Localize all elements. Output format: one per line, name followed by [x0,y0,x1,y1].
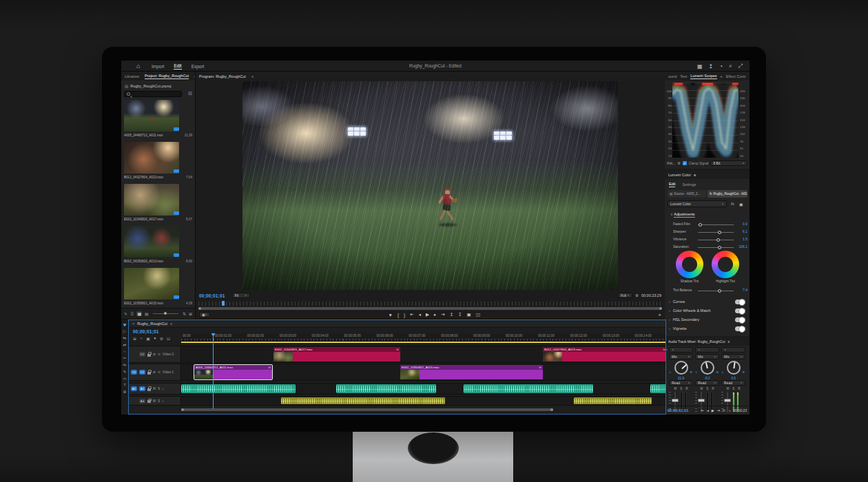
fader-handle[interactable] [672,399,679,402]
bit-depth-dropdown[interactable]: 8 Bit∨ [710,160,747,166]
fullscreen-icon[interactable]: ⤢ [738,63,743,70]
record-icon[interactable]: ● [728,408,730,412]
play-icon[interactable]: ▶ [712,408,714,412]
panel-menu-icon[interactable]: ≡ [728,339,730,344]
program-timecode[interactable]: 00;00;01;01 [199,293,225,298]
mini-playhead[interactable] [222,301,225,306]
slider-handle[interactable] [718,231,721,234]
track-m-button[interactable]: M [674,387,676,390]
section-toggle[interactable] [735,317,745,322]
clip-list-item[interactable]: E002_10350821_A015.mov4;29 [124,268,192,307]
sequence-tab[interactable]: Rugby_RoughCut [137,322,167,326]
tab-project[interactable]: Project: Rugby_RoughCut [145,74,189,79]
clip-list-item[interactable]: B002_04250820_A013.mov8;00 [124,226,192,266]
voiceover-mic-icon[interactable]: ♪ [162,387,163,390]
tab-program[interactable]: Program: Rugby_RoughCut [199,74,246,78]
slider-track[interactable] [698,240,734,240]
track-select-tool[interactable]: ▷ [123,328,127,333]
track-s-button[interactable]: S [732,387,734,390]
tab-text[interactable]: Text [680,74,687,78]
go-to-in-icon[interactable]: ⇤ [410,312,413,317]
mute-button[interactable]: M [153,399,156,403]
wrench-icon[interactable]: ⚙ [678,162,681,165]
timeline-clip[interactable]: E002_10340820_A017.movfx [273,347,400,362]
timeline-clip[interactable] [464,384,593,393]
search-input[interactable] [124,91,182,97]
track-target-chip[interactable]: V1 [139,370,145,375]
go-to-in-icon[interactable]: ⇤ [701,408,704,412]
playhead[interactable] [213,333,214,409]
lock-icon[interactable] [147,354,151,357]
slip-tool[interactable]: ⇋ [123,362,126,367]
new-bin-icon[interactable]: ⊞ [189,311,192,316]
section-hsl-secondary[interactable]: ›HSL Secondary [665,315,750,324]
lock-icon[interactable] [147,388,151,391]
slider-track[interactable] [698,232,734,233]
export-frame-icon[interactable]: ▣ [467,312,471,317]
project-bin-row[interactable]: ▤ Rugby_RoughCut.prproj [121,82,195,90]
track-assign-dropdown[interactable]: ∨ [669,347,693,353]
track-target-chip[interactable]: A1 [139,386,145,391]
slider-handle[interactable] [716,238,720,242]
lock-icon[interactable] [147,372,151,375]
slider-track[interactable] [698,224,734,225]
track-r-button[interactable]: R [685,387,688,390]
wrench-icon[interactable]: ⚙ [160,336,163,341]
timeline-ruler[interactable]: 00;0000;00;01;0000;00;02;0000;00;03;0000… [181,333,665,342]
slider-saturation[interactable]: Saturation106.1 [665,243,750,251]
section-vignette[interactable]: ›Vignette [665,324,750,333]
track-m-button[interactable]: M [726,387,729,390]
razor-tool[interactable]: ✂ [123,355,126,360]
track-r-button[interactable]: R [712,387,714,390]
timeline-clip[interactable] [281,397,445,404]
mark-out-icon[interactable]: } [404,313,405,317]
source-patch-chip[interactable]: V1 [131,370,137,375]
timeline-clip[interactable] [574,397,652,404]
track-output-eye-icon[interactable]: ⊙ [158,353,161,356]
ripple-edit-tool[interactable]: ⇆ [123,335,126,340]
track-output-eye-icon[interactable]: ⊙ [158,370,161,374]
program-scrollbar[interactable] [198,307,662,310]
settings-dropdown[interactable]: ▣∨ [199,312,210,317]
solo-button[interactable]: S [158,387,160,390]
track-target-chip[interactable]: V2 [139,352,145,357]
solo-button[interactable]: S [158,399,160,403]
pan-knob[interactable] [701,361,714,375]
timeline-clip[interactable]: A005_24460712_A011.movfx [194,365,272,379]
close-icon[interactable]: × [132,322,134,326]
automation-dropdown[interactable]: Read∨ [695,380,719,386]
shadow-tint-wheel[interactable] [676,251,703,278]
scope-colorspace-label[interactable]: Rec... [667,162,676,165]
highlight-tint-wheel[interactable] [712,251,739,278]
play-icon[interactable]: ▶ [426,312,429,317]
track-s-button[interactable]: S [680,387,682,390]
workspaces-icon[interactable]: ▦ [697,63,703,70]
automation-dropdown[interactable]: Read∨ [669,380,693,386]
fader-handle[interactable] [724,399,731,402]
clip-list-item[interactable]: B012_04327804_A023.mov7;04 [124,142,192,182]
slider-vibrance[interactable]: Vibrance1.5 [665,235,750,243]
add-marker-icon[interactable]: ● [154,336,156,341]
track-assign-dropdown[interactable]: ∨ [721,347,745,353]
mix-dropdown[interactable]: Mix∨ [695,354,719,359]
sync-lock-icon[interactable]: ⇄ [153,353,156,356]
timeline-scrollbar[interactable] [181,408,553,411]
step-forward-icon[interactable]: ▸ [434,312,436,317]
mark-in-icon[interactable]: { [397,313,399,317]
timeline-clip[interactable]: B012_04327804_A023.movfx [543,347,665,362]
mix-dropdown[interactable]: Mix∨ [669,354,693,359]
go-to-out-icon[interactable]: ⇥ [441,312,444,317]
tab-effect-contr[interactable]: Effect Contr [726,74,746,78]
project-writable-icon[interactable]: ✎ [124,311,127,316]
add-marker-icon[interactable]: ▼ [388,313,392,317]
tint-balance-slider[interactable]: Tint Balance 7.4 [665,286,750,294]
zoom-level-dropdown[interactable]: Fit∨ [232,293,250,298]
loop-icon[interactable]: ↻ [723,408,725,412]
freeform-view-icon[interactable]: ▤ [145,311,149,316]
clip-list-item[interactable]: E002_10340820_A017.mov5;07 [124,184,192,224]
clamp-checkbox[interactable]: ✓ [683,161,687,165]
track-header-a1[interactable]: A1A1MS♪ [129,384,181,394]
lift-icon[interactable]: ↥ [450,312,453,317]
timeline-clip[interactable] [650,384,665,393]
list-view-icon[interactable]: ☰ [130,311,134,316]
